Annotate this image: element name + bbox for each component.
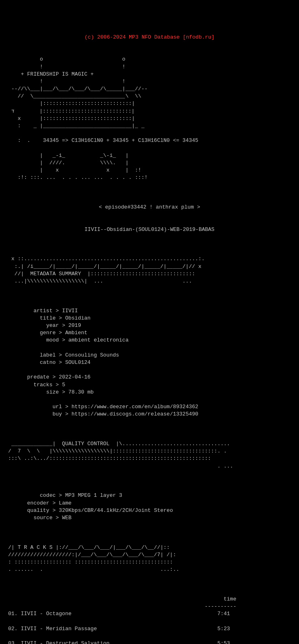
predate-value: 2022-04-16 <box>59 374 91 380</box>
quality-section: codec > MP3 MPEG 1 layer 3 encoder > Lam… <box>8 485 291 522</box>
artist-value: IIVII <box>62 308 78 314</box>
mood-row: mood > ambient electronica <box>33 337 128 343</box>
track-row-2: 02. IIVII - Meridian Passage 5:23 <box>8 625 291 633</box>
codec-row: codec > MP3 MPEG 1 layer 3 <box>30 492 122 498</box>
buy-row: buy > https://www.discogs.com/release/13… <box>37 411 198 417</box>
buy-value: https://www.discogs.com/release/13325490 <box>72 411 198 417</box>
tracks-value: 5 <box>62 382 65 388</box>
encoder-row: encoder > Lame <box>24 500 72 506</box>
title-row: title > Obsidian <box>30 315 91 321</box>
ascii-decoration-3: _____________| QUALITY CONTROL |\.......… <box>8 433 291 470</box>
url-row: url > https://www.deezer.com/en/album/89… <box>37 404 198 410</box>
ascii-tracks-header: /| T R A C K S |://___/\___/\___/|___/\_… <box>8 537 291 574</box>
episode-line: < episode#33442 ! anthrax plum > <box>8 204 291 211</box>
track-row-1: 01. IIVII - Octagone 7:41 <box>8 610 291 618</box>
year-value: 2019 <box>68 322 81 329</box>
catno-value: SOUL0124 <box>65 359 90 366</box>
codec-value: MP3 MPEG 1 layer 3 <box>65 492 122 498</box>
title-value: Obsidian <box>65 315 90 321</box>
encoder-value: Lame <box>59 500 72 506</box>
artist-row: artist > IIVII <box>27 308 78 314</box>
year-row: year > 2019 <box>33 322 81 329</box>
copyright-header: (c) 2006-2024 MP3 NFO Database [nfodb.ru… <box>8 34 291 41</box>
predate-row: predate > 2022-04-16 <box>24 374 91 380</box>
genre-row: genre > Ambient <box>30 330 87 336</box>
url-value: https://www.deezer.com/en/album/89324362 <box>72 404 198 410</box>
quality-value: 320Kbps/CBR/44.1kHz/2CH/Joint Stereo <box>59 507 173 513</box>
catno-row: catno > SOUL0124 <box>30 359 91 366</box>
label-row: label > Consouling Sounds <box>30 352 119 358</box>
ascii-decoration-1: o o ! ! + FRIENDSHIP IS MAGIC + ! ! --//… <box>8 48 291 189</box>
mood-value: ambient electronica <box>68 337 128 343</box>
time-header: time <box>224 596 236 602</box>
label-value: Consouling Sounds <box>65 352 119 358</box>
size-value: 78.30 mb <box>68 389 93 395</box>
quality-row: quality > 320Kbps/CBR/44.1kHz/2CH/Joint … <box>24 507 173 513</box>
size-row: size > 78.30 mb <box>33 389 93 395</box>
source-row: source > WEB <box>27 515 72 521</box>
ascii-decoration-2: x ::....................................… <box>8 248 291 285</box>
genre-value: Ambient <box>65 330 87 336</box>
tracks-section: time ---------- <box>8 588 291 611</box>
tracks-row: tracks > 5 <box>27 382 65 388</box>
tracks-separator-top: ---------- <box>205 603 236 609</box>
source-value: WEB <box>62 515 72 521</box>
release-title: IIVII--Obsidian-(SOUL0124)-WEB-2019-BABA… <box>8 226 291 233</box>
metadata-section: artist > IIVII title > Obsidian year > 2… <box>8 300 291 418</box>
track-row-3: 03. IIVII - Destructed Salvation 5:53 <box>8 640 291 644</box>
